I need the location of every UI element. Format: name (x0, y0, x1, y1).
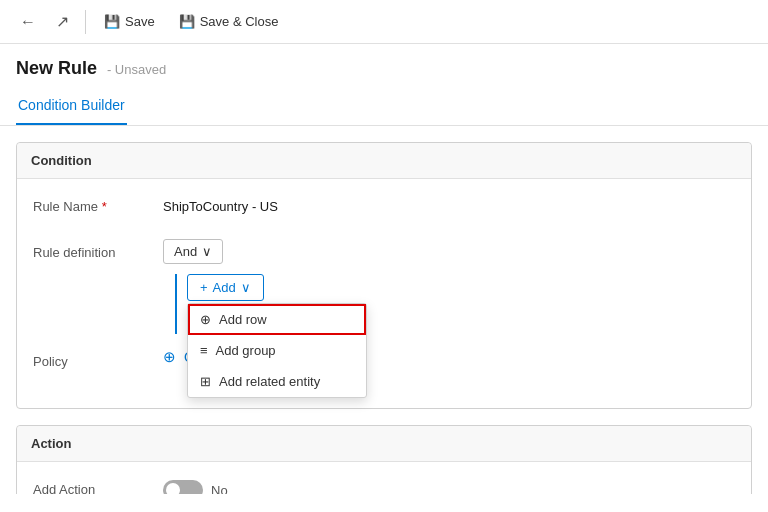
save-icon: 💾 (104, 14, 120, 29)
add-group-item[interactable]: ≡ Add group (188, 335, 366, 366)
add-action-label: Add Action (33, 476, 163, 494)
add-group-icon: ≡ (200, 343, 208, 358)
rule-name-value: ShipToCountry - US (163, 193, 278, 214)
add-action-row: Add Action No (33, 476, 735, 494)
page-title: New Rule (16, 58, 97, 78)
condition-card: Condition Rule Name * ShipToCountry - US… (16, 142, 752, 409)
add-action-toggle[interactable] (163, 480, 203, 494)
save-close-button[interactable]: 💾 Save & Close (169, 9, 289, 34)
required-marker: * (102, 199, 107, 214)
save-label: Save (125, 14, 155, 29)
save-close-icon: 💾 (179, 14, 195, 29)
add-action-toggle-area: No (163, 476, 228, 494)
chevron-down-icon: ∨ (202, 244, 212, 259)
add-button[interactable]: + Add ∨ (187, 274, 264, 301)
add-row-label: Add row (219, 312, 267, 327)
rule-name-label: Rule Name * (33, 193, 163, 214)
rule-def-right: + Add ∨ ⊕ Add row (187, 274, 264, 301)
and-button[interactable]: And ∨ (163, 239, 223, 264)
page-subtitle: - Unsaved (107, 62, 166, 77)
policy-row: Policy ⊕ Or... (33, 348, 735, 380)
toggle-thumb (166, 483, 180, 494)
add-row-icon: ⊕ (200, 312, 211, 327)
add-dropdown-container: + Add ∨ ⊕ Add row (187, 274, 264, 301)
plus-icon: + (200, 280, 208, 295)
action-header: Action (17, 426, 751, 462)
rule-definition-label: Rule definition (33, 239, 163, 260)
toolbar-separator (85, 10, 86, 34)
add-action-value: No (211, 483, 228, 495)
toggle-track (163, 480, 203, 494)
rule-name-label-text: Rule Name (33, 199, 98, 214)
tab-bar: Condition Builder (0, 89, 768, 126)
policy-label: Policy (33, 348, 163, 369)
main-content: Condition Rule Name * ShipToCountry - US… (0, 126, 768, 494)
add-row-item[interactable]: ⊕ Add row (188, 304, 366, 335)
rule-name-row: Rule Name * ShipToCountry - US (33, 193, 735, 225)
add-related-entity-item[interactable]: ⊞ Add related entity (188, 366, 366, 397)
back-button[interactable]: ← (12, 9, 44, 35)
forward-button[interactable]: ↗ (48, 8, 77, 35)
save-button[interactable]: 💾 Save (94, 9, 165, 34)
page-title-bar: New Rule - Unsaved (0, 44, 768, 89)
condition-header: Condition (17, 143, 751, 179)
policy-icon: ⊕ (163, 348, 176, 365)
rule-definition-row: Rule definition And ∨ + A (33, 239, 735, 334)
add-related-entity-label: Add related entity (219, 374, 320, 389)
add-label: Add (213, 280, 236, 295)
action-card: Action Add Action No (16, 425, 752, 494)
rule-def-inner: + Add ∨ ⊕ Add row (163, 274, 264, 334)
add-related-entity-icon: ⊞ (200, 374, 211, 389)
add-chevron-icon: ∨ (241, 280, 251, 295)
and-label: And (174, 244, 197, 259)
add-dropdown-menu: ⊕ Add row ≡ Add group ⊞ (187, 303, 367, 398)
rule-blue-line (175, 274, 177, 334)
rule-definition-area: And ∨ + Add ∨ (163, 239, 264, 334)
tab-condition-builder[interactable]: Condition Builder (16, 89, 127, 125)
condition-body: Rule Name * ShipToCountry - US Rule defi… (17, 179, 751, 408)
save-close-label: Save & Close (200, 14, 279, 29)
add-group-label: Add group (216, 343, 276, 358)
action-body: Add Action No (17, 462, 751, 494)
toolbar: ← ↗ 💾 Save 💾 Save & Close (0, 0, 768, 44)
